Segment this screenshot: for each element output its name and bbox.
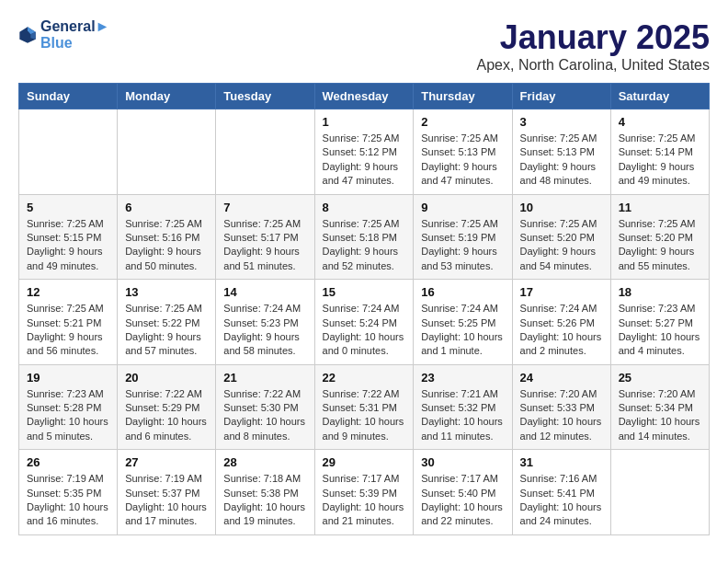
day-number: 28 (223, 455, 306, 469)
calendar-cell: 27Sunrise: 7:19 AM Sunset: 5:37 PM Dayli… (118, 450, 216, 535)
calendar-cell: 21Sunrise: 7:22 AM Sunset: 5:30 PM Dayli… (216, 364, 314, 450)
day-header-sunday: Sunday (19, 84, 118, 109)
day-header-monday: Monday (118, 84, 216, 109)
cell-info: Sunrise: 7:25 AM Sunset: 5:12 PM Dayligh… (323, 132, 406, 189)
day-number: 25 (619, 371, 701, 385)
cell-info: Sunrise: 7:25 AM Sunset: 5:21 PM Dayligh… (27, 302, 109, 359)
calendar-cell: 9Sunrise: 7:25 AM Sunset: 5:19 PM Daylig… (414, 194, 512, 280)
cell-info: Sunrise: 7:24 AM Sunset: 5:26 PM Dayligh… (520, 302, 603, 359)
day-number: 1 (323, 115, 406, 129)
day-header-thursday: Thursday (414, 84, 512, 109)
cell-info: Sunrise: 7:25 AM Sunset: 5:20 PM Dayligh… (619, 217, 701, 274)
day-number: 10 (520, 201, 603, 214)
cell-info: Sunrise: 7:20 AM Sunset: 5:34 PM Dayligh… (619, 387, 701, 444)
calendar-cell: 10Sunrise: 7:25 AM Sunset: 5:20 PM Dayli… (512, 194, 610, 280)
day-number: 27 (125, 455, 208, 469)
cell-info: Sunrise: 7:22 AM Sunset: 5:29 PM Dayligh… (125, 387, 208, 444)
location: Apex, North Carolina, United States (477, 57, 710, 74)
calendar-cell (610, 450, 709, 535)
cell-info: Sunrise: 7:25 AM Sunset: 5:17 PM Dayligh… (223, 217, 306, 274)
calendar-week-5: 26Sunrise: 7:19 AM Sunset: 5:35 PM Dayli… (19, 450, 710, 535)
calendar-week-4: 19Sunrise: 7:23 AM Sunset: 5:28 PM Dayli… (19, 364, 710, 450)
calendar-cell: 15Sunrise: 7:24 AM Sunset: 5:24 PM Dayli… (314, 280, 414, 365)
calendar-cell: 11Sunrise: 7:25 AM Sunset: 5:20 PM Dayli… (610, 194, 709, 280)
cell-info: Sunrise: 7:23 AM Sunset: 5:28 PM Dayligh… (27, 387, 109, 444)
day-number: 3 (520, 115, 603, 129)
day-number: 12 (27, 285, 109, 299)
calendar-cell: 31Sunrise: 7:16 AM Sunset: 5:41 PM Dayli… (512, 450, 610, 535)
calendar-week-2: 5Sunrise: 7:25 AM Sunset: 5:15 PM Daylig… (19, 194, 710, 280)
calendar-cell: 17Sunrise: 7:24 AM Sunset: 5:26 PM Dayli… (512, 280, 610, 365)
calendar-cell: 1Sunrise: 7:25 AM Sunset: 5:12 PM Daylig… (314, 109, 414, 195)
cell-info: Sunrise: 7:25 AM Sunset: 5:13 PM Dayligh… (421, 132, 504, 189)
calendar-week-3: 12Sunrise: 7:25 AM Sunset: 5:21 PM Dayli… (19, 280, 710, 365)
day-number: 2 (421, 115, 504, 129)
day-number: 9 (421, 201, 504, 214)
calendar-cell: 23Sunrise: 7:21 AM Sunset: 5:32 PM Dayli… (414, 364, 512, 450)
day-number: 21 (223, 371, 306, 385)
calendar: SundayMondayTuesdayWednesdayThursdayFrid… (18, 83, 710, 535)
cell-info: Sunrise: 7:25 AM Sunset: 5:20 PM Dayligh… (520, 217, 603, 274)
day-header-saturday: Saturday (610, 84, 709, 109)
cell-info: Sunrise: 7:25 AM Sunset: 5:22 PM Dayligh… (125, 302, 208, 359)
day-number: 4 (619, 115, 701, 129)
calendar-cell: 19Sunrise: 7:23 AM Sunset: 5:28 PM Dayli… (19, 364, 118, 450)
title-block: January 2025 Apex, North Carolina, Unite… (477, 18, 710, 74)
calendar-cell: 6Sunrise: 7:25 AM Sunset: 5:16 PM Daylig… (118, 194, 216, 280)
day-header-wednesday: Wednesday (314, 84, 414, 109)
cell-info: Sunrise: 7:25 AM Sunset: 5:19 PM Dayligh… (421, 217, 504, 274)
calendar-cell: 16Sunrise: 7:24 AM Sunset: 5:25 PM Dayli… (414, 280, 512, 365)
cell-info: Sunrise: 7:22 AM Sunset: 5:30 PM Dayligh… (223, 387, 306, 444)
day-number: 17 (520, 285, 603, 299)
cell-info: Sunrise: 7:18 AM Sunset: 5:38 PM Dayligh… (223, 472, 306, 529)
day-number: 8 (323, 201, 406, 214)
cell-info: Sunrise: 7:24 AM Sunset: 5:25 PM Dayligh… (421, 302, 504, 359)
day-number: 5 (27, 201, 109, 214)
calendar-cell (118, 109, 216, 195)
calendar-cell: 28Sunrise: 7:18 AM Sunset: 5:38 PM Dayli… (216, 450, 314, 535)
day-number: 11 (619, 201, 701, 214)
logo: General► Blue (18, 18, 109, 52)
cell-info: Sunrise: 7:23 AM Sunset: 5:27 PM Dayligh… (619, 302, 701, 359)
calendar-cell: 14Sunrise: 7:24 AM Sunset: 5:23 PM Dayli… (216, 280, 314, 365)
calendar-cell: 30Sunrise: 7:17 AM Sunset: 5:40 PM Dayli… (414, 450, 512, 535)
calendar-cell: 12Sunrise: 7:25 AM Sunset: 5:21 PM Dayli… (19, 280, 118, 365)
cell-info: Sunrise: 7:19 AM Sunset: 5:37 PM Dayligh… (125, 472, 208, 529)
day-number: 29 (323, 455, 406, 469)
month-title: January 2025 (477, 18, 710, 57)
calendar-cell (19, 109, 118, 195)
cell-info: Sunrise: 7:24 AM Sunset: 5:23 PM Dayligh… (223, 302, 306, 359)
day-number: 6 (125, 201, 208, 214)
day-number: 31 (520, 455, 603, 469)
calendar-cell: 3Sunrise: 7:25 AM Sunset: 5:13 PM Daylig… (512, 109, 610, 195)
cell-info: Sunrise: 7:25 AM Sunset: 5:16 PM Dayligh… (125, 217, 208, 274)
day-number: 23 (421, 371, 504, 385)
calendar-cell: 24Sunrise: 7:20 AM Sunset: 5:33 PM Dayli… (512, 364, 610, 450)
day-number: 20 (125, 371, 208, 385)
cell-info: Sunrise: 7:19 AM Sunset: 5:35 PM Dayligh… (27, 472, 109, 529)
cell-info: Sunrise: 7:17 AM Sunset: 5:40 PM Dayligh… (421, 472, 504, 529)
cell-info: Sunrise: 7:25 AM Sunset: 5:13 PM Dayligh… (520, 132, 603, 189)
day-number: 22 (323, 371, 406, 385)
day-number: 19 (27, 371, 109, 385)
calendar-cell: 25Sunrise: 7:20 AM Sunset: 5:34 PM Dayli… (610, 364, 709, 450)
calendar-header-row: SundayMondayTuesdayWednesdayThursdayFrid… (19, 84, 710, 109)
calendar-cell: 8Sunrise: 7:25 AM Sunset: 5:18 PM Daylig… (314, 194, 414, 280)
cell-info: Sunrise: 7:21 AM Sunset: 5:32 PM Dayligh… (421, 387, 504, 444)
day-number: 14 (223, 285, 306, 299)
day-number: 15 (323, 285, 406, 299)
day-number: 16 (421, 285, 504, 299)
day-number: 30 (421, 455, 504, 469)
cell-info: Sunrise: 7:16 AM Sunset: 5:41 PM Dayligh… (520, 472, 603, 529)
cell-info: Sunrise: 7:25 AM Sunset: 5:15 PM Dayligh… (27, 217, 109, 274)
calendar-cell: 26Sunrise: 7:19 AM Sunset: 5:35 PM Dayli… (19, 450, 118, 535)
logo-text: General► Blue (40, 18, 109, 52)
calendar-cell (216, 109, 314, 195)
page-header: General► Blue January 2025 Apex, North C… (18, 18, 710, 74)
day-header-friday: Friday (512, 84, 610, 109)
cell-info: Sunrise: 7:22 AM Sunset: 5:31 PM Dayligh… (323, 387, 406, 444)
cell-info: Sunrise: 7:25 AM Sunset: 5:14 PM Dayligh… (619, 132, 701, 189)
calendar-cell: 22Sunrise: 7:22 AM Sunset: 5:31 PM Dayli… (314, 364, 414, 450)
calendar-cell: 5Sunrise: 7:25 AM Sunset: 5:15 PM Daylig… (19, 194, 118, 280)
cell-info: Sunrise: 7:24 AM Sunset: 5:24 PM Dayligh… (323, 302, 406, 359)
